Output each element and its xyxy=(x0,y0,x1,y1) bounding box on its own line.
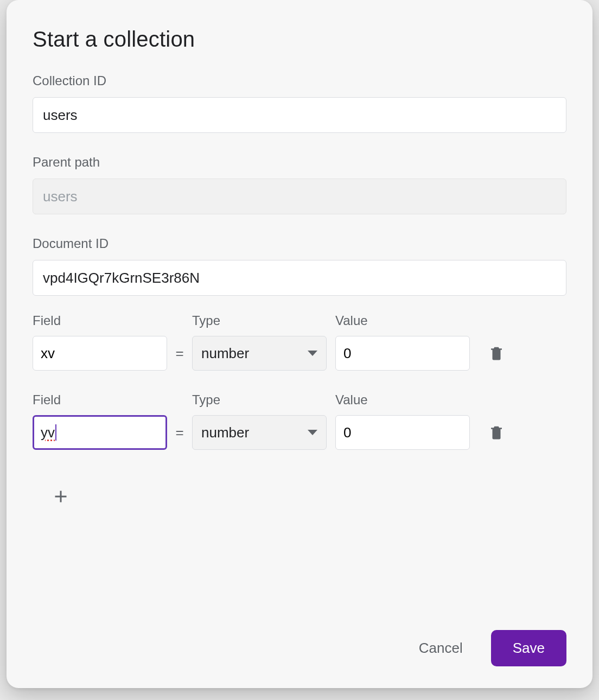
delete-field-button[interactable] xyxy=(484,419,509,446)
field-type-value: number xyxy=(201,424,249,441)
document-id-label: Document ID xyxy=(33,236,566,251)
cancel-button[interactable]: Cancel xyxy=(415,633,467,663)
document-id-input[interactable] xyxy=(33,260,566,296)
collection-id-input[interactable] xyxy=(33,97,566,133)
field-columns-header: Field Type Value xyxy=(33,313,566,328)
field-value-input[interactable] xyxy=(335,336,470,371)
field-type-select[interactable]: number xyxy=(192,336,327,371)
field-name-input[interactable] xyxy=(33,336,167,371)
parent-path-group: Parent path xyxy=(33,155,566,214)
field-columns-header: Field Type Value xyxy=(33,392,566,408)
field-row: yv = number xyxy=(33,415,566,450)
col-value-label: Value xyxy=(335,392,368,407)
equals-sign: = xyxy=(167,345,192,362)
col-field-label: Field xyxy=(33,392,61,407)
dialog-footer: Cancel Save xyxy=(33,615,566,666)
col-field-label: Field xyxy=(33,313,61,328)
trash-icon xyxy=(488,344,505,362)
field-row: = number xyxy=(33,336,566,371)
col-type-label: Type xyxy=(192,313,220,328)
chevron-down-icon xyxy=(308,351,317,356)
start-collection-dialog: Start a collection Collection ID Parent … xyxy=(7,0,592,688)
parent-path-label: Parent path xyxy=(33,155,566,170)
trash-icon xyxy=(488,423,505,442)
plus-icon xyxy=(51,487,71,506)
dialog-title: Start a collection xyxy=(33,27,566,52)
collection-id-group: Collection ID xyxy=(33,73,566,133)
col-type-label: Type xyxy=(192,392,220,407)
add-field-button[interactable] xyxy=(46,481,76,512)
add-field-row xyxy=(33,481,566,512)
chevron-down-icon xyxy=(308,430,317,435)
col-value-label: Value xyxy=(335,313,368,328)
field-value-input[interactable] xyxy=(335,415,470,450)
save-button[interactable]: Save xyxy=(491,630,566,666)
field-type-select[interactable]: number xyxy=(192,415,327,450)
equals-sign: = xyxy=(167,424,192,441)
parent-path-input xyxy=(33,179,566,214)
field-name-input[interactable]: yv xyxy=(33,415,167,450)
document-id-group: Document ID xyxy=(33,236,566,296)
collection-id-label: Collection ID xyxy=(33,73,566,88)
field-type-value: number xyxy=(201,345,249,362)
delete-field-button[interactable] xyxy=(484,340,509,367)
